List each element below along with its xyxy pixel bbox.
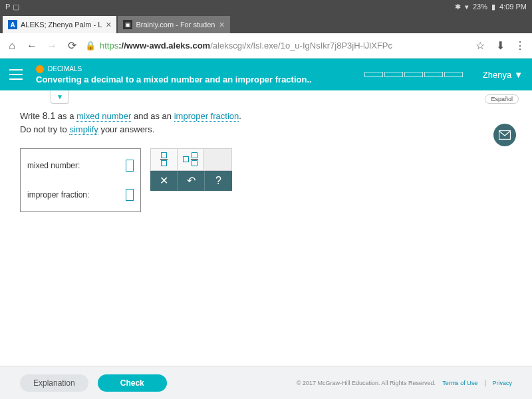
clock: 4:09 PM	[499, 3, 527, 11]
chevron-down-icon: ▼	[514, 70, 523, 80]
tool-panel: ✕ ↶ ?	[150, 148, 232, 191]
fraction-tool[interactable]	[151, 149, 178, 170]
battery-percent: 23%	[473, 3, 487, 11]
reload-icon[interactable]: ⟳	[65, 39, 78, 53]
tab-close-icon[interactable]: ×	[219, 19, 224, 30]
improper-label: improper fraction:	[27, 190, 89, 200]
mixed-label: mixed number:	[27, 161, 80, 170]
download-icon[interactable]: ⬇	[493, 39, 507, 53]
hamburger-icon[interactable]	[9, 69, 23, 80]
footer-bar: Explanation Check © 2017 McGraw-Hill Edu…	[0, 366, 532, 399]
instruction-text: Write 8.1 as a mixed number and as an im…	[20, 109, 512, 136]
home-icon[interactable]: ⌂	[5, 39, 19, 53]
check-button[interactable]: Check	[98, 374, 167, 392]
lesson-title: Converting a decimal to a mixed number a…	[36, 74, 364, 84]
app-icon: P	[5, 3, 10, 11]
wifi-icon: ▾	[465, 3, 469, 11]
explanation-button[interactable]: Explanation	[20, 374, 88, 392]
browser-url-bar: ⌂ ← → ⟳ 🔒 https://www-awd.aleks.com/alek…	[0, 33, 532, 59]
mixed-number-input[interactable]	[126, 160, 134, 172]
undo-button[interactable]: ↶	[178, 171, 205, 191]
user-name-label: Zhenya	[483, 70, 511, 80]
tab-title: ALEKS; Zhenya Palm - L	[21, 21, 102, 29]
tab-favicon: ▣	[123, 20, 132, 29]
topic-dot-icon	[36, 65, 44, 73]
tab-title: Brainly.com - For studen	[136, 21, 215, 29]
bluetooth-icon: ✱	[455, 3, 461, 11]
espanol-button[interactable]: Español	[485, 94, 519, 104]
lock-icon: 🔒	[85, 41, 96, 51]
tab-brainly[interactable]: ▣ Brainly.com - For studen ×	[118, 16, 229, 33]
url-protocol: https	[100, 41, 118, 51]
android-status-bar: P ▢ ✱ ▾ 23% ▮ 4:09 PM	[0, 0, 532, 13]
mixed-number-link[interactable]: mixed number	[76, 111, 131, 122]
url-path: /alekscgi/x/Isl.exe/1o_u-IgNsIkr7j8P3jH-…	[210, 41, 392, 51]
terms-link[interactable]: Terms of Use	[442, 380, 477, 386]
improper-fraction-link[interactable]: improper fraction	[174, 111, 239, 122]
topic-text: DECIMALS	[48, 65, 82, 72]
tab-aleks[interactable]: A ALEKS; Zhenya Palm - L ×	[3, 16, 116, 33]
forward-icon[interactable]: →	[45, 39, 59, 53]
tab-favicon: A	[8, 20, 17, 29]
user-menu[interactable]: Zhenya ▼	[483, 70, 523, 80]
empty-tool	[204, 149, 231, 170]
battery-icon: ▮	[491, 3, 495, 11]
menu-icon[interactable]: ⋮	[513, 39, 527, 53]
copyright-text: © 2017 McGraw-Hill Education. All Rights…	[297, 380, 436, 386]
bookmark-icon[interactable]: ☆	[473, 39, 487, 53]
aleks-header: DECIMALS Converting a decimal to a mixed…	[0, 59, 532, 90]
url-field[interactable]: 🔒 https://www-awd.aleks.com/alekscgi/x/I…	[85, 41, 467, 51]
mixed-number-tool[interactable]	[178, 149, 204, 170]
help-button[interactable]: ?	[205, 171, 232, 191]
tab-close-icon[interactable]: ×	[106, 19, 111, 30]
clear-button[interactable]: ✕	[150, 171, 178, 191]
url-domain: ://www-awd.aleks.com	[118, 41, 210, 51]
mail-button[interactable]	[493, 124, 516, 146]
topic-label: DECIMALS	[36, 65, 364, 73]
back-icon[interactable]: ←	[25, 39, 39, 53]
improper-fraction-input[interactable]	[126, 189, 134, 201]
answer-box: mixed number: improper fraction:	[20, 148, 141, 212]
browser-tab-bar: A ALEKS; Zhenya Palm - L × ▣ Brainly.com…	[0, 13, 532, 33]
mail-icon	[499, 130, 511, 140]
privacy-link[interactable]: Privacy	[492, 380, 512, 386]
simplify-link[interactable]: simplify	[69, 124, 98, 135]
progress-bar	[364, 72, 463, 77]
content-area: Español Write 8.1 as a mixed number and …	[0, 90, 532, 219]
notification-icon: ▢	[13, 3, 19, 11]
